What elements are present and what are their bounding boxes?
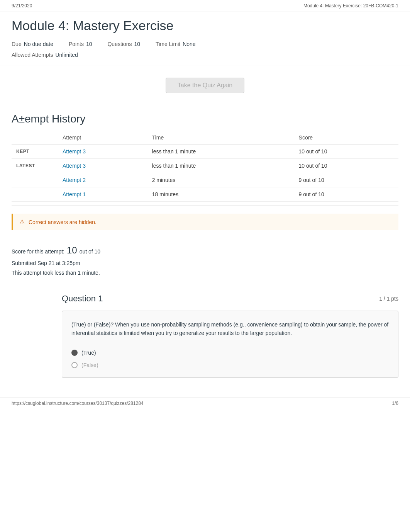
table-row: Attempt 22 minutes9 out of 10 bbox=[12, 173, 398, 187]
score-section: Score for this attempt: 10 out of 10 Sub… bbox=[0, 238, 410, 286]
footer-url: https://csuglobal.instructure.com/course… bbox=[12, 401, 144, 406]
row-attempt[interactable]: Attempt 1 bbox=[58, 187, 147, 202]
row-time: less than 1 minute bbox=[147, 144, 294, 159]
attempt-link[interactable]: Attempt 3 bbox=[63, 148, 86, 155]
time-taken-line: This attempt took less than 1 minute. bbox=[12, 268, 398, 278]
question-box: (True) or (False)? When you use non-prob… bbox=[62, 311, 398, 378]
question-pts: 1 / 1 pts bbox=[379, 296, 398, 302]
answer-options: (True)(False) bbox=[71, 347, 389, 371]
page-title-section: Module 4: Mastery Exercise Due No due da… bbox=[0, 12, 410, 66]
attempt-history-table: Attempt Time Score KEPTAttempt 3less tha… bbox=[12, 131, 398, 202]
attempt-history-heading: A±empt History bbox=[12, 113, 398, 125]
footer-page: 1/6 bbox=[392, 401, 398, 406]
due-value: No due date bbox=[24, 41, 53, 47]
answer-label: (False) bbox=[81, 362, 98, 368]
take-quiz-button[interactable]: Take the Quiz Again bbox=[166, 78, 244, 93]
correct-answers-notice: ⚠ Correct answers are hidden. bbox=[12, 214, 398, 230]
time-limit-value: None bbox=[183, 41, 195, 47]
time-limit-label: Time Limit bbox=[156, 41, 180, 47]
row-score: 9 out of 10 bbox=[294, 173, 398, 187]
points-meta: Points 10 bbox=[69, 41, 92, 47]
due-label: Due bbox=[12, 41, 22, 47]
row-time: 2 minutes bbox=[147, 173, 294, 187]
points-value: 10 bbox=[86, 41, 92, 47]
table-row: Attempt 118 minutes9 out of 10 bbox=[12, 187, 398, 202]
warning-icon: ⚠ bbox=[19, 218, 25, 226]
row-attempt[interactable]: Attempt 3 bbox=[58, 144, 147, 159]
question-header: Question 1 1 / 1 pts bbox=[62, 290, 398, 308]
points-label: Points bbox=[69, 41, 84, 47]
row-attempt[interactable]: Attempt 2 bbox=[58, 173, 147, 187]
radio-circle bbox=[71, 362, 78, 368]
row-tag bbox=[12, 187, 58, 202]
top-bar-date: 9/21/2020 bbox=[12, 3, 32, 8]
top-bar-breadcrumb: Module 4: Mastery Exercise: 20FB-COM420-… bbox=[303, 3, 398, 8]
score-number: 10 bbox=[67, 242, 77, 258]
attempt-link[interactable]: Attempt 1 bbox=[63, 191, 86, 197]
footer-bar: https://csuglobal.instructure.com/course… bbox=[0, 397, 410, 409]
row-time: 18 minutes bbox=[147, 187, 294, 202]
due-meta: Due No due date bbox=[12, 41, 53, 47]
meta-row: Due No due date Points 10 Questions 10 T… bbox=[12, 38, 398, 50]
page-title: Module 4: Mastery Exercise bbox=[12, 18, 398, 33]
question-text: (True) or (False)? When you use non-prob… bbox=[71, 320, 389, 338]
attempt-link[interactable]: Attempt 3 bbox=[63, 163, 86, 169]
score-line: Score for this attempt: 10 out of 10 bbox=[12, 242, 398, 258]
row-time: less than 1 minute bbox=[147, 159, 294, 173]
time-limit-meta: Time Limit None bbox=[156, 41, 196, 47]
row-score: 9 out of 10 bbox=[294, 187, 398, 202]
questions-value: 10 bbox=[134, 41, 141, 47]
row-attempt[interactable]: Attempt 3 bbox=[58, 159, 147, 173]
question-title: Question 1 bbox=[62, 294, 103, 304]
row-score: 10 out of 10 bbox=[294, 159, 398, 173]
divider-1 bbox=[12, 206, 398, 206]
notice-text: Correct answers are hidden. bbox=[29, 219, 97, 225]
row-tag bbox=[12, 173, 58, 187]
allowed-attempts-row: Allowed Attempts Unlimited bbox=[12, 50, 398, 62]
answer-option: (False) bbox=[71, 359, 389, 371]
submitted-line: Submitted Sep 21 at 3:25pm bbox=[12, 258, 398, 268]
score-label: Score for this attempt: bbox=[12, 247, 64, 257]
row-score: 10 out of 10 bbox=[294, 144, 398, 159]
radio-circle bbox=[71, 350, 78, 356]
answer-label: (True) bbox=[81, 350, 96, 356]
answer-option: (True) bbox=[71, 347, 389, 359]
attempt-link[interactable]: Attempt 2 bbox=[63, 177, 86, 183]
col-time: Time bbox=[147, 131, 294, 144]
allowed-attempts-value: Unlimited bbox=[55, 52, 78, 58]
question-section: Question 1 1 / 1 pts (True) or (False)? … bbox=[0, 286, 410, 390]
row-tag: KEPT bbox=[12, 144, 58, 159]
allowed-attempts-label: Allowed Attempts bbox=[12, 52, 53, 58]
col-tag bbox=[12, 131, 58, 144]
questions-meta: Questions 10 bbox=[107, 41, 140, 47]
table-row: KEPTAttempt 3less than 1 minute10 out of… bbox=[12, 144, 398, 159]
col-attempt: Attempt bbox=[58, 131, 147, 144]
col-score: Score bbox=[294, 131, 398, 144]
table-row: LATESTAttempt 3less than 1 minute10 out … bbox=[12, 159, 398, 173]
score-suffix: out of 10 bbox=[80, 247, 101, 257]
row-tag: LATEST bbox=[12, 159, 58, 173]
take-quiz-section: Take the Quiz Again bbox=[0, 66, 410, 105]
questions-label: Questions bbox=[107, 41, 132, 47]
attempt-history-section: A±empt History Attempt Time Score KEPTAt… bbox=[0, 105, 410, 206]
top-bar: 9/21/2020 Module 4: Mastery Exercise: 20… bbox=[0, 0, 410, 12]
